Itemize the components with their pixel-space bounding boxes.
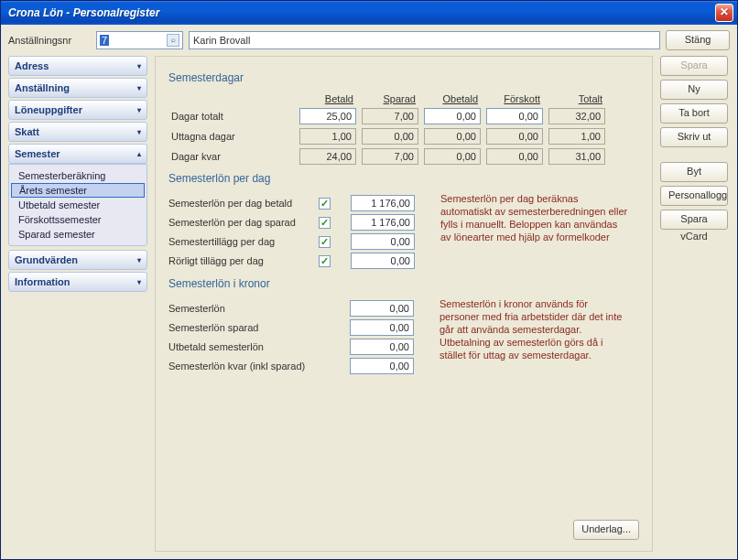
kronor-a-label: Semesterlön — [168, 303, 350, 314]
sidebar-item-arets-semester[interactable]: Årets semester — [11, 183, 145, 198]
acc-adress[interactable]: Adress▾ — [8, 56, 147, 76]
chevron-down-icon: ▾ — [137, 278, 141, 286]
window-title: Crona Lön - Personalregister — [8, 6, 715, 19]
chevron-down-icon: ▾ — [137, 128, 141, 136]
header-row: Anställningsnr 7 ⌕ Karin Brovall Stäng — [1, 25, 737, 56]
underlag-button[interactable]: Underlag... — [573, 520, 639, 540]
chevron-down-icon: ▾ — [137, 84, 141, 92]
anstallningsnr-input[interactable]: 7 ⌕ — [96, 31, 183, 49]
acc-loneuppgifter[interactable]: Löneuppgifter▾ — [8, 100, 147, 120]
sidebar: Adress▾ Anställning▾ Löneuppgifter▾ Skat… — [8, 56, 147, 552]
kronor-d-label: Semesterlön kvar (inkl sparad) — [168, 361, 350, 372]
kronor-help: Semesterlön i kronor används för persone… — [440, 297, 627, 361]
acc-skatt[interactable]: Skatt▾ — [8, 122, 147, 142]
col-forskott: Förskott — [483, 92, 546, 106]
cell: 0,00 — [424, 148, 481, 165]
titlebar: Crona Lön - Personalregister ✕ — [1, 1, 737, 25]
employee-name-input[interactable]: Karin Brovall — [189, 31, 660, 49]
row-dagar-totalt: Dagar totalt 25,00 7,00 0,00 0,00 32,00 — [168, 106, 608, 126]
perday-betald-check[interactable]: ✓ — [319, 198, 331, 210]
ta-bort-button[interactable]: Ta bort — [660, 103, 728, 124]
cell: 0,00 — [486, 128, 543, 145]
perday-betald-input[interactable]: 1 176,00 — [351, 195, 415, 211]
kronor-fields: Semesterlön 0,00 Semesterlön sparad 0,00… — [168, 297, 414, 377]
cell: 1,00 — [299, 128, 356, 145]
chevron-down-icon: ▾ — [137, 62, 141, 70]
sidebar-item-forskott[interactable]: Förskottssemester — [9, 212, 147, 227]
kronor-d-input[interactable]: 0,00 — [350, 358, 414, 374]
row-kvar: Dagar kvar 24,00 7,00 0,00 0,00 31,00 — [168, 146, 608, 167]
semesterdagar-table: Betald Sparad Obetald Förskott Totalt Da… — [168, 92, 608, 167]
cell: 32,00 — [548, 108, 605, 124]
personallogg-button[interactable]: Personallogg — [660, 186, 728, 206]
perday-rorligt-input[interactable]: 0,00 — [351, 253, 415, 269]
anstallningsnr-label: Anställningsnr — [8, 35, 91, 46]
right-buttons: Spara Ny Ta bort Skriv ut Byt nummer Per… — [660, 56, 730, 552]
chevron-down-icon: ▾ — [137, 106, 141, 114]
acc-information[interactable]: Information▾ — [8, 272, 147, 292]
skriv-ut-button[interactable]: Skriv ut — [660, 127, 728, 147]
main-panel: Semesterdagar Betald Sparad Obetald Förs… — [155, 56, 653, 552]
perday-rorligt-label: Rörligt tillägg per dag — [168, 255, 315, 266]
col-totalt: Totalt — [546, 92, 608, 106]
cell: 7,00 — [362, 108, 418, 124]
perday-tillagg-check[interactable]: ✓ — [319, 236, 331, 248]
cell: 0,00 — [424, 128, 481, 145]
perday-sparad-input[interactable]: 1 176,00 — [351, 214, 415, 231]
spara-vcard-button[interactable]: Spara vCard — [660, 210, 728, 230]
perday-betald-label: Semesterlön per dag betald — [168, 198, 315, 209]
ny-button[interactable]: Ny — [660, 80, 728, 100]
kronor-c-label: Utbetald semesterlön — [168, 341, 350, 352]
stang-button[interactable]: Stäng — [666, 30, 730, 50]
section-perday: Semesterlön per dag — [168, 172, 639, 185]
perday-tillagg-label: Semestertillägg per dag — [168, 236, 315, 247]
acc-grundvarden[interactable]: Grundvärden▾ — [8, 250, 147, 270]
spara-button: Spara — [660, 56, 728, 76]
close-icon[interactable]: ✕ — [715, 4, 733, 22]
chevron-down-icon: ▾ — [137, 256, 141, 264]
cell[interactable]: 0,00 — [424, 108, 481, 124]
cell[interactable]: 25,00 — [299, 108, 356, 124]
cell[interactable]: 0,00 — [486, 108, 543, 124]
row-uttagna: Uttagna dagar 1,00 0,00 0,00 0,00 1,00 — [168, 126, 608, 146]
col-sparad: Sparad — [359, 92, 421, 106]
cell: 24,00 — [299, 148, 356, 165]
kronor-b-label: Semesterlön sparad — [168, 322, 350, 333]
anstallningsnr-value: 7 — [100, 35, 109, 46]
perday-rorligt-check[interactable]: ✓ — [319, 255, 331, 267]
kronor-b-input[interactable]: 0,00 — [350, 319, 414, 336]
perday-help: Semesterlön per dag beräknas automatiskt… — [440, 192, 628, 243]
cell: 7,00 — [362, 148, 418, 165]
employee-name-value: Karin Brovall — [193, 35, 250, 46]
kronor-c-input[interactable]: 0,00 — [350, 339, 414, 355]
col-obetald: Obetald — [421, 92, 483, 106]
sidebar-item-sparad[interactable]: Sparad semester — [9, 227, 147, 242]
cell: 1,00 — [548, 128, 605, 145]
perday-sparad-check[interactable]: ✓ — [319, 217, 331, 229]
lookup-icon[interactable]: ⌕ — [167, 34, 179, 47]
sidebar-item-semesterberakning[interactable]: Semesterberäkning — [9, 168, 147, 183]
cell: 0,00 — [486, 148, 543, 165]
perday-sparad-label: Semesterlön per dag sparad — [168, 217, 315, 228]
col-betald: Betald — [297, 92, 359, 106]
acc-anstallning[interactable]: Anställning▾ — [8, 78, 147, 98]
section-kronor: Semesterlön i kronor — [168, 277, 639, 290]
acc-semester[interactable]: Semester▴ — [8, 144, 147, 164]
kronor-a-input[interactable]: 0,00 — [350, 300, 414, 317]
perday-tillagg-input[interactable]: 0,00 — [351, 233, 415, 250]
byt-nummer-button[interactable]: Byt nummer — [660, 162, 728, 182]
section-semesterdagar: Semesterdagar — [168, 71, 639, 84]
sidebar-item-utbetald[interactable]: Utbetald semester — [9, 198, 147, 212]
chevron-up-icon: ▴ — [137, 150, 141, 158]
perday-fields: Semesterlön per dag betald ✓ 1 176,00 Se… — [168, 192, 415, 272]
app-window: Crona Lön - Personalregister ✕ Anställni… — [0, 0, 738, 560]
cell: 0,00 — [362, 128, 418, 145]
acc-semester-panel: Semesterberäkning Årets semester Utbetal… — [8, 164, 147, 246]
cell: 31,00 — [548, 148, 605, 165]
